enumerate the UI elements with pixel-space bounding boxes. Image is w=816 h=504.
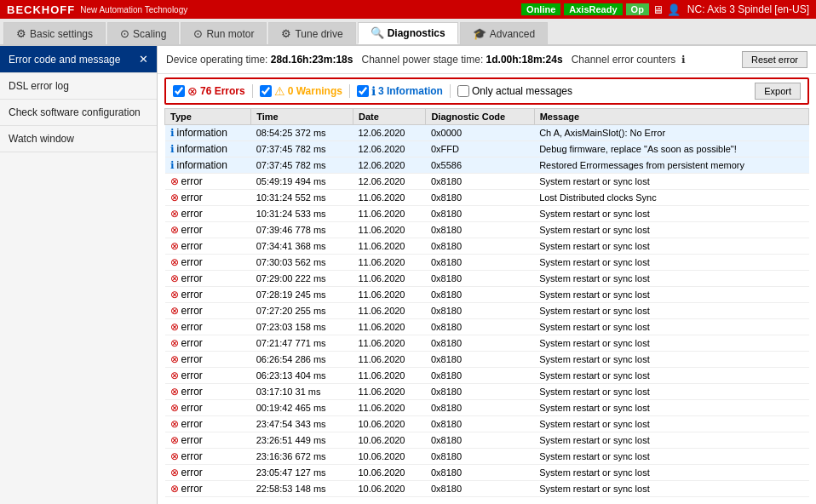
cell-type: ⊗error (165, 206, 251, 222)
person-icon: 👤 (667, 3, 681, 16)
cell-type: ⊗error (165, 384, 251, 400)
monitor-icon: 🖥 (652, 3, 664, 16)
cell-code: 0x8180 (426, 400, 534, 416)
cell-time: 00:19:42 465 ms (251, 400, 353, 416)
sidebar-item-watch[interactable]: Watch window (0, 126, 157, 152)
basic-tab-icon: ⚙ (16, 27, 26, 40)
col-time: Time (251, 109, 353, 125)
cell-date: 11.06.2020 (353, 206, 425, 222)
scaling-tab-icon: ⊙ (120, 27, 129, 40)
table-row: ⊗error 03:17:10 31 ms 11.06.2020 0x8180 … (165, 384, 809, 400)
cell-time: 07:37:45 782 ms (251, 158, 353, 174)
cell-code: 0x8180 (426, 271, 534, 287)
cell-message: System restart or sync lost (534, 352, 808, 368)
cell-code: 0x8180 (426, 190, 534, 206)
cell-date: 11.06.2020 (353, 352, 425, 368)
tab-basic[interactable]: ⚙ Basic settings (3, 22, 106, 44)
cell-code: 0x8180 (426, 255, 534, 271)
info-row-icon: ℹ (170, 143, 175, 155)
filter-bar: ⊗ 76 Errors ⚠ 0 Warnings ℹ 3 Information… (164, 77, 809, 105)
cell-time: 03:17:10 31 ms (251, 384, 353, 400)
sidebar-item-error-code[interactable]: Error code and message ✕ (0, 46, 157, 73)
warning-triangle-icon: ⚠ (274, 84, 285, 98)
sidebar: Error code and message ✕ DSL error log C… (0, 46, 158, 504)
table-row: ⊗error 07:21:47 771 ms 11.06.2020 0x8180… (165, 335, 809, 352)
close-icon[interactable]: ✕ (139, 53, 148, 66)
cell-message: System restart or sync lost (534, 335, 808, 352)
cell-type: ⊗error (165, 400, 251, 416)
cell-time: 07:39:46 778 ms (251, 222, 353, 238)
tab-diagnostics[interactable]: 🔍 Diagnostics (358, 22, 458, 44)
cell-type: ⊗error (165, 190, 251, 206)
runmotor-tab-icon: ⊙ (193, 27, 203, 40)
cell-time: 07:28:19 245 ms (251, 287, 353, 303)
warnings-checkbox[interactable] (260, 85, 272, 97)
cell-code: 0x8180 (426, 352, 534, 368)
table-row: ⊗error 23:16:36 672 ms 10.06.2020 0x8180… (165, 449, 809, 465)
info-row-icon: ℹ (170, 159, 175, 171)
cell-code: 0x0000 (426, 125, 534, 141)
tab-advanced[interactable]: 🎓 Advanced (460, 22, 548, 44)
cell-code: 0xFFD (426, 141, 534, 158)
cell-date: 11.06.2020 (353, 255, 425, 271)
axisready-status-button[interactable]: AxisReady (564, 3, 622, 15)
cell-type: ⊗error (165, 319, 251, 335)
cell-type: ⊗error (165, 481, 251, 497)
table-row: ⊗error 06:23:13 404 ms 11.06.2020 0x8180… (165, 368, 809, 384)
cell-type: ⊗error (165, 352, 251, 368)
cell-time: 07:21:47 771 ms (251, 335, 353, 352)
cell-message: System restart or sync lost (534, 400, 808, 416)
sidebar-item-dsl-log[interactable]: DSL error log (0, 73, 157, 100)
cell-code: 0x8180 (426, 432, 534, 449)
tunedrive-tab-icon: ⚙ (281, 27, 291, 40)
cell-date: 11.06.2020 (353, 368, 425, 384)
cell-code: 0x8180 (426, 481, 534, 497)
cell-time: 07:34:41 368 ms (251, 238, 353, 255)
info-checkbox[interactable] (357, 85, 369, 97)
cell-time: 06:23:13 404 ms (251, 368, 353, 384)
cell-date: 11.06.2020 (353, 238, 425, 255)
export-button[interactable]: Export (755, 83, 801, 100)
online-status-button[interactable]: Online (521, 3, 560, 15)
reset-error-button[interactable]: Reset error (742, 51, 807, 68)
cell-message: Ch A, AxisMainSlot(): No Error (534, 125, 808, 141)
log-table-wrapper[interactable]: Type Time Date Diagnostic Code Message ℹ… (164, 108, 809, 504)
only-actual-checkbox[interactable] (457, 85, 469, 97)
errors-checkbox[interactable] (173, 85, 185, 97)
table-row: ⊗error 07:34:41 368 ms 11.06.2020 0x8180… (165, 238, 809, 255)
table-row: ⊗error 23:47:54 343 ms 10.06.2020 0x8180… (165, 416, 809, 432)
cell-type: ⊗error (165, 432, 251, 449)
cell-type: ⊗error (165, 465, 251, 481)
cell-message: System restart or sync lost (534, 481, 808, 497)
error-row-icon: ⊗ (170, 289, 179, 301)
op-status-button[interactable]: Op (626, 3, 649, 15)
cell-date: 11.06.2020 (353, 335, 425, 352)
cell-type: ⊗error (165, 238, 251, 255)
cell-date: 10.06.2020 (353, 449, 425, 465)
table-row: ⊗error 10:31:24 533 ms 11.06.2020 0x8180… (165, 206, 809, 222)
table-row: ⊗error 05:49:19 494 ms 12.06.2020 0x8180… (165, 174, 809, 190)
cell-message: System restart or sync lost (534, 368, 808, 384)
cell-type: ℹinformation (165, 125, 251, 141)
cell-time: 23:05:47 127 ms (251, 465, 353, 481)
cell-type: ⊗error (165, 368, 251, 384)
table-header-row: Type Time Date Diagnostic Code Message (165, 109, 809, 125)
cell-time: 07:30:03 562 ms (251, 255, 353, 271)
cell-date: 10.06.2020 (353, 416, 425, 432)
cell-type: ⊗error (165, 222, 251, 238)
tab-scaling[interactable]: ⊙ Scaling (107, 22, 179, 44)
tab-tunedrive[interactable]: ⚙ Tune drive (268, 22, 355, 44)
cell-date: 10.06.2020 (353, 481, 425, 497)
error-circle-icon: ⊗ (187, 84, 198, 98)
brand-name: BECKHOFF (7, 3, 75, 16)
tab-runmotor[interactable]: ⊙ Run motor (181, 22, 267, 44)
cell-time: 23:47:54 343 ms (251, 416, 353, 432)
table-row: ⊗error 06:26:54 286 ms 11.06.2020 0x8180… (165, 352, 809, 368)
cell-date: 12.06.2020 (353, 174, 425, 190)
info-row-icon: ℹ (170, 127, 175, 139)
content-area: Device operating time: 28d.16h:23m:18s C… (158, 46, 816, 504)
sidebar-item-check-sw[interactable]: Check software configuration (0, 100, 157, 126)
error-row-icon: ⊗ (170, 224, 179, 236)
filter-divider-2 (349, 84, 350, 98)
cell-message: Debug firmware, replace "As soon as poss… (534, 141, 808, 158)
